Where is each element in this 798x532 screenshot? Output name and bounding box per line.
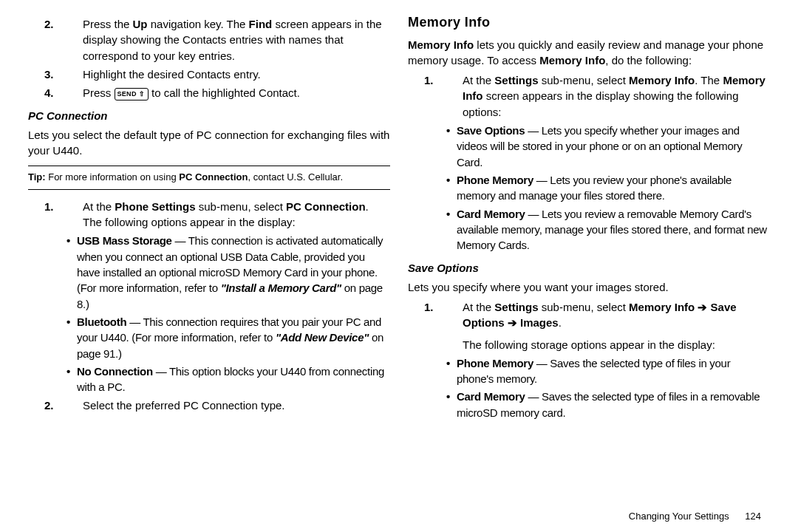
mem-bullet-card-memory: • Card Memory — Lets you review a remova… <box>446 206 770 253</box>
pc-step-1: 1. At the Phone Settings sub-menu, selec… <box>28 199 390 231</box>
step-text: Select the preferred PC Connection type. <box>83 398 390 413</box>
save-step-1: 1. At the Settings sub-menu, select Memo… <box>408 299 770 352</box>
step-4: 4. Press SEND ⇧ to call the highlighted … <box>28 85 390 100</box>
save-options-intro: Lets you specify where you want your ima… <box>408 279 770 295</box>
pc-connection-intro: Lets you select the default type of PC c… <box>28 127 390 159</box>
bullet-icon: • <box>446 172 457 204</box>
mem-step-1: 1. At the Settings sub-menu, select Memo… <box>408 72 770 120</box>
mem-bullet-phone-memory: • Phone Memory — Lets you review your ph… <box>446 172 770 204</box>
save-bullet-card-memory: • Card Memory — Saves the selected type … <box>446 389 770 420</box>
save-options-heading: Save Options <box>408 260 770 276</box>
bullet-icon: • <box>66 314 77 361</box>
chapter-title: Changing Your Settings <box>629 511 729 522</box>
save-bullet-phone-memory: • Phone Memory — Saves the selected type… <box>446 355 770 387</box>
step-number: 1. <box>408 299 463 352</box>
pc-bullet-usb: • USB Mass Storage — This connection is … <box>66 233 390 311</box>
page-footer: Changing Your Settings 124 <box>629 511 761 522</box>
page-number: 124 <box>745 511 761 522</box>
step-number: 4. <box>28 85 83 100</box>
step-text: Press SEND ⇧ to call the highlighted Con… <box>83 85 390 100</box>
step-number: 1. <box>408 72 463 120</box>
step-text: Press the Up navigation key. The Find sc… <box>83 16 390 64</box>
left-column: 2. Press the Up navigation key. The Find… <box>28 13 390 525</box>
step-number: 2. <box>28 16 83 64</box>
pc-connection-heading: PC Connection <box>28 108 390 123</box>
mem-bullet-save-options: • Save Options — Lets you specify whethe… <box>446 123 770 170</box>
step-text: Highlight the desired Contacts entry. <box>83 66 390 82</box>
tip-box: Tip: For more information on using PC Co… <box>28 166 390 189</box>
bullet-icon: • <box>446 123 457 170</box>
pc-bullet-noconn: • No Connection — This option blocks you… <box>66 364 390 395</box>
right-column: Memory Info Memory Info lets you quickly… <box>408 13 770 525</box>
bullet-icon: • <box>446 206 457 253</box>
step-3: 3. Highlight the desired Contacts entry. <box>28 66 390 82</box>
memory-info-intro: Memory Info lets you quickly and easily … <box>408 37 770 69</box>
step-text: At the Phone Settings sub-menu, select P… <box>83 199 390 231</box>
step-text: At the Settings sub-menu, select Memory … <box>463 299 770 352</box>
step-number: 2. <box>28 398 83 413</box>
step-number: 1. <box>28 199 83 231</box>
memory-info-heading: Memory Info <box>408 13 770 33</box>
manual-page: 2. Press the Up navigation key. The Find… <box>0 0 798 532</box>
step-2: 2. Press the Up navigation key. The Find… <box>28 16 390 64</box>
step-number: 3. <box>28 66 83 82</box>
pc-bullet-bluetooth: • Bluetooth — This connection requires t… <box>66 314 390 361</box>
pc-step-2: 2. Select the preferred PC Connection ty… <box>28 398 390 413</box>
bullet-icon: • <box>66 364 77 395</box>
bullet-icon: • <box>446 389 457 420</box>
bullet-icon: • <box>446 355 457 387</box>
bullet-icon: • <box>66 233 77 311</box>
step-text: At the Settings sub-menu, select Memory … <box>463 72 770 120</box>
send-key-icon: SEND ⇧ <box>115 88 149 100</box>
